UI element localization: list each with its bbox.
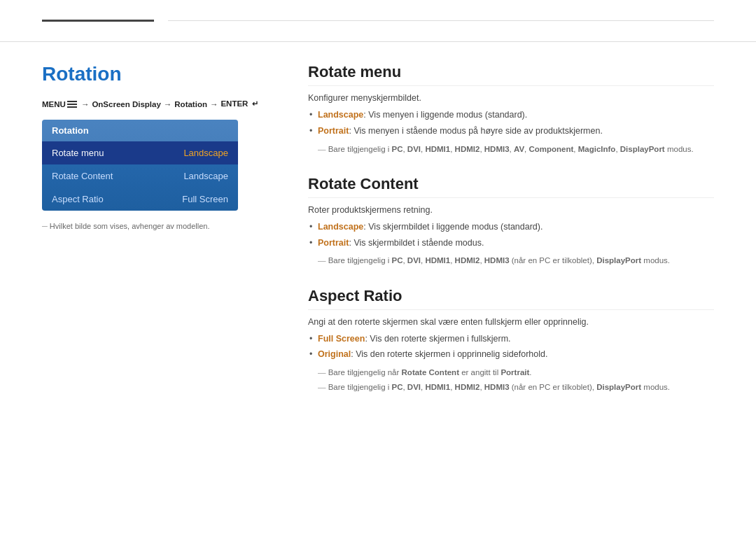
highlight: HDMI3 (484, 145, 510, 153)
top-bar-line (168, 20, 714, 21)
osd-item-value: Landscape (183, 148, 228, 158)
section-aspect-ratio: Aspect Ratio Angi at den roterte skjerme… (308, 287, 714, 394)
highlight: Landscape (318, 110, 363, 120)
highlight: Portrait (500, 368, 529, 377)
list-item: Portrait: Vis skjermbildet i stående mod… (308, 237, 714, 250)
highlight: Portrait (318, 238, 349, 248)
breadcrumb-enter: ENTER ↵ (220, 99, 258, 108)
list-item: Full Screen: Vis den roterte skjermen i … (308, 332, 714, 346)
osd-item-rotate-content[interactable]: Rotate Content Landscape (42, 164, 238, 188)
osd-item-rotate-menu[interactable]: Rotate menu Landscape (42, 141, 238, 164)
osd-item-label: Aspect Ratio (52, 194, 104, 204)
top-bar (0, 0, 756, 42)
section-title-rotate-content: Rotate Content (308, 175, 714, 198)
top-bar-accent (42, 20, 154, 22)
highlight: HDMI1 (425, 383, 450, 391)
breadcrumb-arrow-1: → (81, 100, 90, 108)
section-desc-rotate-content: Roter produktskjermens retning. (308, 205, 714, 215)
list-item: Portrait: Vis menyen i stående modus på … (308, 125, 714, 138)
highlight: DisplayPort (620, 145, 665, 153)
highlight: AV (514, 145, 524, 153)
highlight: HDMI2 (455, 145, 480, 153)
enter-icon: ↵ (252, 99, 258, 108)
highlight: HDMI3 (484, 383, 510, 391)
osd-menu-box: Rotation Rotate menu Landscape Rotate Co… (42, 120, 238, 211)
highlight: PC (391, 145, 402, 153)
section-title-rotate-menu: Rotate menu (308, 63, 714, 86)
osd-item-label: Rotate Content (52, 171, 113, 181)
highlight: HDMI2 (455, 383, 480, 391)
osd-item-value: Landscape (183, 171, 228, 181)
section-desc-rotate-menu: Konfigurer menyskjermbildet. (308, 93, 714, 103)
highlight: HDMI2 (455, 256, 480, 265)
bullet-list-rotate-menu: Landscape: Vis menyen i liggende modus (… (308, 108, 714, 138)
menu-icon (67, 101, 77, 108)
menu-label: MENU (42, 100, 66, 108)
highlight: HDMI1 (425, 256, 450, 265)
highlight: MagicInfo (578, 145, 616, 153)
highlight: Original (318, 349, 351, 359)
list-item: Original: Vis den roterte skjermen i opp… (308, 348, 714, 361)
page-title: Rotation (42, 63, 280, 85)
note-line-2: Bare tilgjengelig i PC, DVI, HDMI1, HDMI… (308, 381, 714, 393)
highlight: PC (391, 256, 402, 265)
section-title-aspect-ratio: Aspect Ratio (308, 287, 714, 310)
osd-item-label: Rotate menu (52, 148, 104, 158)
highlight: DVI (407, 256, 421, 265)
osd-item-aspect-ratio[interactable]: Aspect Ratio Full Screen (42, 188, 238, 211)
footnote: Hvilket bilde som vises, avhenger av mod… (42, 222, 280, 230)
list-item: Landscape: Vis menyen i liggende modus (… (308, 108, 714, 122)
breadcrumb-onscreen: OnScreen Display (92, 100, 160, 108)
section-rotate-menu: Rotate menu Konfigurer menyskjermbildet.… (308, 63, 714, 155)
highlight: DVI (407, 145, 421, 153)
content-area: Rotation MENU → OnScreen Display → Rotat… (0, 42, 756, 435)
highlight: DVI (407, 383, 421, 391)
highlight: DisplayPort (596, 383, 641, 391)
note-line: Bare tilgjengelig i PC, DVI, HDMI1, HDMI… (308, 255, 714, 267)
bullet-list-aspect-ratio: Full Screen: Vis den roterte skjermen i … (308, 332, 714, 362)
highlight: Component (528, 145, 573, 153)
highlight: Portrait (318, 126, 349, 136)
bullet-list-rotate-content: Landscape: Vis skjermbildet i liggende m… (308, 220, 714, 250)
breadcrumb-arrow-2: → (164, 100, 172, 108)
note-line: Bare tilgjengelig i PC, DVI, HDMI1, HDMI… (308, 143, 714, 155)
note-line-1: Bare tilgjengelig når Rotate Content er … (308, 367, 714, 379)
highlight: HDMI3 (484, 256, 510, 265)
highlight: HDMI1 (425, 145, 450, 153)
highlight: PC (391, 383, 402, 391)
section-rotate-content: Rotate Content Roter produktskjermens re… (308, 175, 714, 267)
breadcrumb-arrow-3: → (210, 100, 218, 108)
highlight: Full Screen (318, 334, 365, 344)
breadcrumb-rotation: Rotation (174, 100, 207, 108)
osd-box-title: Rotation (42, 120, 238, 141)
right-column: Rotate menu Konfigurer menyskjermbildet.… (308, 63, 714, 414)
list-item: Landscape: Vis skjermbildet i liggende m… (308, 220, 714, 234)
highlight: DisplayPort (596, 256, 641, 265)
highlight: Landscape (318, 222, 363, 232)
left-column: Rotation MENU → OnScreen Display → Rotat… (42, 63, 280, 414)
section-desc-aspect-ratio: Angi at den roterte skjermen skal være e… (308, 317, 714, 327)
osd-item-value: Full Screen (182, 194, 228, 204)
breadcrumb: MENU → OnScreen Display → Rotation → ENT… (42, 99, 280, 108)
highlight: Rotate Content (402, 368, 459, 377)
